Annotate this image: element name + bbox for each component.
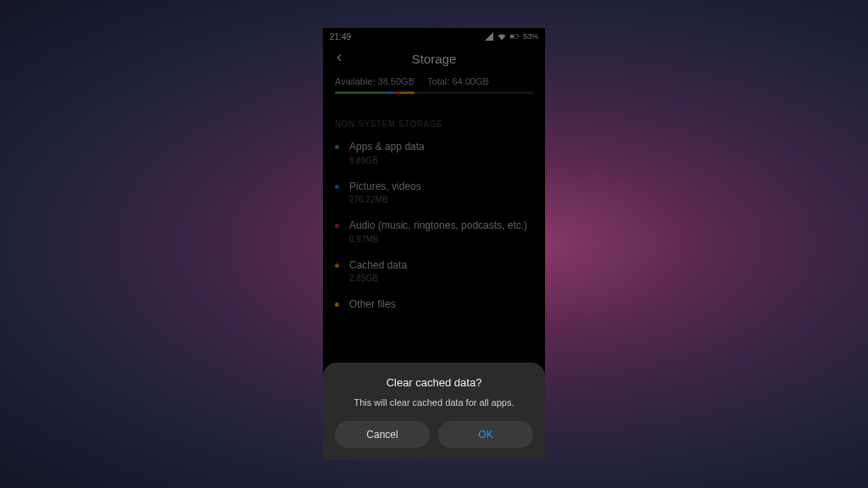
cancel-button[interactable]: Cancel bbox=[335, 421, 430, 448]
clear-cache-dialog: Clear cached data? This will clear cache… bbox=[323, 363, 545, 460]
dialog-message: This will clear cached data for all apps… bbox=[335, 397, 533, 408]
ok-button[interactable]: OK bbox=[438, 421, 533, 448]
phone-screen: 21:49 53% Storage Available: 38.50GB Tot… bbox=[323, 28, 545, 460]
dialog-title: Clear cached data? bbox=[335, 376, 533, 389]
